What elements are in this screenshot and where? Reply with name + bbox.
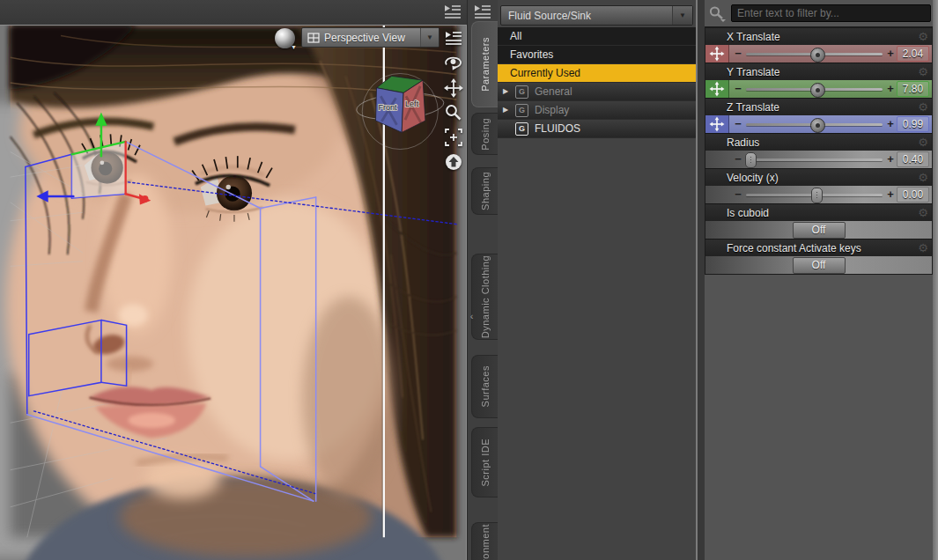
gear-icon[interactable]: ⚙ xyxy=(918,169,928,186)
param-radius: Radius ⚙ − + 0.40 xyxy=(705,133,933,168)
gear-icon[interactable]: ⚙ xyxy=(918,239,928,256)
param-label: Is cuboid xyxy=(727,207,769,219)
param-label: Velocity (x) xyxy=(727,172,779,184)
list-item-currently-used[interactable]: Currently Used xyxy=(498,64,696,83)
view-cube-front-label: Front xyxy=(378,103,397,112)
group-icon: G xyxy=(515,85,528,99)
slider-increment[interactable]: + xyxy=(884,115,897,133)
param-label: X Translate xyxy=(727,31,780,43)
right-scrollbar-strip[interactable] xyxy=(933,0,938,560)
expand-arrow-icon[interactable]: ▶ xyxy=(503,101,513,119)
slider-decrement[interactable]: − xyxy=(732,186,744,203)
slider-value[interactable]: 0.40 xyxy=(897,151,929,167)
frame-focus-icon[interactable] xyxy=(443,127,464,148)
parameter-blocks: X Translate ⚙ − + 2.04 xyxy=(705,26,933,275)
viewport-pane: Front Left ▼ Perspective View ▼ xyxy=(0,0,467,560)
list-item-all[interactable]: All xyxy=(498,27,696,46)
param-y-translate: Y Translate ⚙ − + 7.80 xyxy=(705,63,933,98)
param-label: Y Translate xyxy=(727,66,779,78)
tab-script-ide[interactable]: Script IDE xyxy=(471,427,498,497)
list-item-general[interactable]: ▶ G General xyxy=(498,83,696,101)
toggle-force-constant: Off xyxy=(705,256,932,274)
orbit-rotate-icon[interactable] xyxy=(443,53,464,74)
pane-group-menu-icon[interactable] xyxy=(472,3,493,22)
slider-thumb[interactable] xyxy=(810,118,825,133)
search-icon[interactable] xyxy=(707,4,727,22)
slider-increment[interactable]: + xyxy=(884,80,897,98)
parameter-group-panel: Fluid Source/Sink ▼ All Favorites Curren… xyxy=(498,0,696,560)
gear-icon[interactable]: ⚙ xyxy=(918,204,928,221)
slider-decrement[interactable]: − xyxy=(732,80,744,98)
slider-value[interactable]: 2.04 xyxy=(897,46,929,62)
view-selector-dropdown[interactable]: Perspective View ▼ xyxy=(301,27,439,48)
gear-icon[interactable]: ⚙ xyxy=(918,28,928,45)
slider-decrement[interactable]: − xyxy=(732,45,744,63)
slider-z-translate: − + 0.99 xyxy=(705,115,932,133)
slider-track[interactable] xyxy=(746,186,883,203)
daz-studio-window: Front Left ▼ Perspective View ▼ xyxy=(0,0,938,560)
list-item-fluidos[interactable]: ▶ G FLUIDOS xyxy=(498,120,696,138)
tab-dynamic-clothing[interactable]: Dynamic Clothing xyxy=(471,254,498,340)
view-selector-label: Perspective View xyxy=(324,32,420,44)
param-label: Z Translate xyxy=(727,101,779,114)
viewport-menu-icon[interactable] xyxy=(443,28,464,49)
group-icon: G xyxy=(515,104,528,117)
viewport-pane-header xyxy=(0,0,467,26)
drawstyle-caret-icon[interactable]: ▼ xyxy=(291,44,297,50)
move-icon xyxy=(705,45,729,63)
home-reset-icon[interactable] xyxy=(443,151,464,173)
slider-thumb[interactable] xyxy=(810,48,825,63)
param-label: Force constant Activate keys xyxy=(727,242,861,254)
slider-increment[interactable]: + xyxy=(884,186,897,203)
tab-parameters[interactable]: Parameters xyxy=(471,21,498,107)
panel-collapse-arrow-icon[interactable]: ‹ xyxy=(468,306,476,326)
pane-menu-icon[interactable] xyxy=(442,3,463,22)
slider-velocity-x: − + 0.00 xyxy=(705,186,932,203)
tab-surfaces[interactable]: Surfaces xyxy=(471,355,498,418)
zoom-magnifier-icon[interactable] xyxy=(443,102,464,123)
slider-track[interactable] xyxy=(746,45,883,63)
slider-track[interactable] xyxy=(746,80,883,98)
slider-track[interactable] xyxy=(746,151,883,168)
slider-increment[interactable]: + xyxy=(884,151,897,168)
slider-y-translate: − + 7.80 xyxy=(705,80,932,98)
pane-tab-strip: Parameters Posing Shaping Dynamic Clothi… xyxy=(467,0,498,560)
tab-shaping[interactable]: Shaping xyxy=(471,167,498,215)
toggle-off-button[interactable]: Off xyxy=(793,222,846,239)
gear-icon[interactable]: ⚙ xyxy=(918,134,928,151)
gear-icon[interactable]: ⚙ xyxy=(918,63,928,80)
slider-track[interactable] xyxy=(746,115,883,133)
slider-value[interactable]: 0.00 xyxy=(897,187,929,203)
slider-thumb[interactable] xyxy=(810,83,825,98)
dropdown-caret-icon: ▼ xyxy=(672,6,692,25)
param-velocity-x: Velocity (x) ⚙ − + 0.00 xyxy=(705,168,933,203)
pan-icon[interactable] xyxy=(443,77,464,99)
slider-decrement[interactable]: − xyxy=(732,151,744,168)
expand-arrow-icon[interactable]: ▶ xyxy=(503,83,513,100)
slider-thumb[interactable] xyxy=(811,188,823,203)
viewport-3d-scene: Front Left xyxy=(0,26,467,560)
list-item-favorites[interactable]: Favorites xyxy=(498,46,696,64)
viewport-3d[interactable]: Front Left ▼ Perspective View ▼ xyxy=(0,25,467,560)
slider-thumb[interactable] xyxy=(745,152,757,168)
filter-input[interactable] xyxy=(731,4,931,22)
toggle-off-button[interactable]: Off xyxy=(793,257,846,274)
slider-x-translate: − + 2.04 xyxy=(705,45,932,63)
slider-value[interactable]: 7.80 xyxy=(897,81,929,97)
viewport-grid-icon xyxy=(307,33,320,43)
node-selector-dropdown[interactable]: Fluid Source/Sink ▼ xyxy=(500,5,693,26)
tab-posing[interactable]: Posing xyxy=(471,113,498,155)
list-item-display[interactable]: ▶ G Display xyxy=(498,101,696,120)
slider-value[interactable]: 0.99 xyxy=(897,116,929,132)
tab-environment[interactable]: Environment xyxy=(471,522,498,560)
group-icon: G xyxy=(515,122,528,136)
slider-increment[interactable]: + xyxy=(884,45,897,63)
group-list: All Favorites Currently Used ▶ G General… xyxy=(498,27,696,138)
param-z-translate: Z Translate ⚙ − + 0.99 xyxy=(705,98,933,133)
slider-decrement[interactable]: − xyxy=(732,115,744,133)
param-x-translate: X Translate ⚙ − + 2.04 xyxy=(705,27,933,63)
toggle-is-cuboid: Off xyxy=(705,221,932,239)
viewport-tools xyxy=(443,28,464,173)
gear-icon[interactable]: ⚙ xyxy=(918,99,928,115)
dropdown-caret-icon: ▼ xyxy=(420,28,439,47)
